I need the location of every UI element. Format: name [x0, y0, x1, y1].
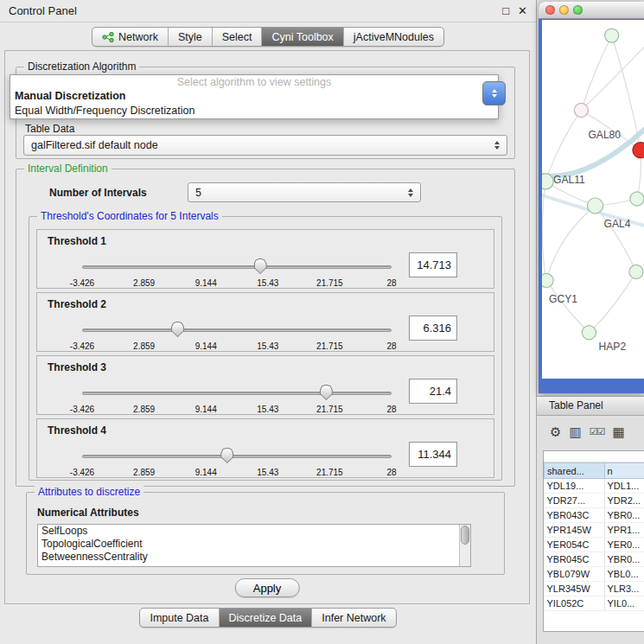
tab-network[interactable]: Network — [92, 28, 169, 46]
tab-style[interactable]: Style — [169, 28, 213, 46]
slider-tick-label: 9.144 — [195, 468, 217, 477]
float-window-icon[interactable]: □ — [502, 4, 509, 17]
table-data-combobox[interactable]: galFiltered.sif default node — [23, 135, 507, 156]
threshold-3-slider[interactable]: -3.4262.8599.14415.4321.71528 — [82, 384, 392, 415]
threshold-1-value-field[interactable]: 14.713 — [409, 252, 457, 277]
tab-select-label: Select — [222, 31, 252, 43]
network-node[interactable] — [587, 198, 603, 214]
combo-arrows-icon[interactable] — [404, 188, 418, 197]
slider-track[interactable] — [82, 265, 392, 269]
table-cell[interactable]: YPR1... — [604, 523, 644, 538]
node-label: GAL11 — [553, 174, 585, 186]
attributes-group: Attributes to discretize Numerical Attri… — [26, 492, 505, 575]
column-header-name[interactable]: n — [604, 463, 644, 479]
select-columns-icon[interactable]: ☑☑ — [590, 425, 605, 438]
slider-thumb[interactable] — [220, 448, 233, 463]
network-node[interactable] — [605, 29, 619, 42]
threshold-4-slider[interactable]: -3.4262.8599.14415.4321.71528 — [82, 447, 392, 478]
tab-select[interactable]: Select — [213, 28, 263, 46]
close-window-icon[interactable]: ✕ — [518, 4, 527, 17]
minimize-traffic-light-icon[interactable] — [559, 5, 569, 15]
slider-track[interactable] — [82, 392, 392, 395]
network-node[interactable] — [542, 273, 553, 287]
table-cell[interactable]: YIL0... — [604, 596, 644, 611]
number-of-intervals-combobox[interactable]: 5 — [188, 182, 421, 202]
tab-jactivemodules[interactable]: jActiveMNodules — [344, 28, 443, 46]
table-cell[interactable]: YBR0... — [604, 552, 644, 567]
table-cell[interactable]: YBR043C — [545, 508, 605, 523]
network-node[interactable] — [630, 192, 644, 206]
algorithm-combobox-button[interactable] — [482, 81, 506, 105]
slider-tick-label: 15.43 — [257, 341, 278, 351]
network-node[interactable] — [574, 103, 588, 117]
table-row[interactable]: YER054CYER0... — [545, 538, 644, 552]
table-cell[interactable]: YBL0... — [604, 567, 644, 582]
network-icon — [102, 32, 114, 42]
slider-thumb[interactable] — [171, 322, 184, 337]
table-cell[interactable]: YDL1... — [604, 479, 644, 494]
selected-network-node[interactable] — [633, 143, 644, 158]
table-cell[interactable]: YLR345W — [545, 582, 605, 596]
network-window-titlebar[interactable] — [539, 2, 644, 19]
table-cell[interactable]: YER0... — [604, 538, 644, 552]
threshold-2-panel: Threshold 2 -3.4262.8599.14415.4321.7152… — [36, 292, 494, 352]
table-cell[interactable]: YBL079W — [545, 567, 605, 582]
combo-arrows-icon[interactable] — [490, 141, 504, 150]
table-panel-title: Table Panel — [549, 399, 603, 411]
table-cell[interactable]: YPR145W — [545, 523, 605, 538]
algorithm-option-equal-width[interactable]: Equal Width/Frequency Discretization — [10, 104, 498, 118]
numerical-attributes-list[interactable]: SelfLoopsTopologicalCoefficientBetweenne… — [37, 524, 471, 567]
threshold-1-slider[interactable]: -3.4262.8599.14415.4321.71528 — [82, 258, 392, 289]
table-row[interactable]: YBR045CYBR0... — [545, 552, 644, 567]
threshold-2-slider[interactable]: -3.4262.8599.14415.4321.71528 — [82, 321, 392, 352]
tab-impute-data[interactable]: Impute Data — [140, 609, 219, 627]
network-node[interactable] — [629, 265, 643, 278]
threshold-4-value-field[interactable]: 11.344 — [409, 442, 457, 467]
table-row[interactable]: YDL19...YDL1... — [545, 479, 644, 494]
column-layout-icon[interactable]: ▥ — [569, 425, 581, 438]
threshold-2-value-field[interactable]: 6.316 — [409, 316, 457, 341]
slider-tick-label: 28 — [386, 405, 396, 414]
table-cell[interactable]: YLR3... — [604, 582, 644, 596]
zoom-traffic-light-icon[interactable] — [573, 5, 583, 15]
network-canvas[interactable]: GAL80 GAL11 GAL4 GCY1 HAP2 — [542, 20, 644, 379]
attribute-item[interactable]: BetweennessCentrality — [38, 551, 470, 564]
table-cell[interactable]: YBR0... — [604, 508, 644, 523]
list-scrollbar-thumb[interactable] — [461, 526, 469, 545]
table-row[interactable]: YLR345WYLR3... — [545, 582, 644, 596]
network-node[interactable] — [582, 326, 596, 340]
select-rows-icon[interactable]: ▦ — [612, 425, 624, 438]
table-row[interactable]: YIL052CYIL0... — [545, 596, 644, 611]
slider-tick-label: 15.43 — [257, 278, 278, 288]
attribute-item[interactable]: TopologicalCoefficient — [38, 538, 470, 551]
table-cell[interactable]: YBR045C — [545, 552, 605, 567]
network-node[interactable] — [542, 174, 553, 189]
table-row[interactable]: YBL079WYBL0... — [545, 567, 644, 582]
tab-infer-network[interactable]: Infer Network — [312, 609, 395, 627]
close-traffic-light-icon[interactable] — [545, 5, 555, 15]
slider-scale: -3.4262.8599.14415.4321.71528 — [82, 405, 392, 415]
column-header-shared-name[interactable]: shared... — [545, 463, 605, 479]
slider-track[interactable] — [82, 328, 392, 332]
table-row[interactable]: YDR27...YDR2... — [545, 494, 644, 508]
algorithm-option-manual[interactable]: Manual Discretization — [10, 89, 498, 104]
slider-thumb[interactable] — [320, 385, 333, 400]
table-row[interactable]: YBR043CYBR0... — [545, 508, 644, 523]
tab-discretize-data[interactable]: Discretize Data — [220, 609, 313, 627]
slider-track[interactable] — [82, 455, 392, 458]
table-cell[interactable]: YDR27... — [545, 494, 605, 508]
list-scrollbar[interactable] — [459, 525, 470, 566]
apply-button[interactable]: Apply — [235, 578, 300, 597]
table-cell[interactable]: YIL052C — [545, 596, 605, 611]
attribute-item[interactable]: SelfLoops — [38, 525, 470, 538]
threshold-3-value-field[interactable]: 21.4 — [409, 379, 457, 404]
node-table-body: YDL19...YDL1...YDR27...YDR2...YBR043CYBR… — [545, 479, 644, 611]
table-row[interactable]: YPR145WYPR1... — [545, 523, 644, 538]
settings-gear-icon[interactable]: ⚙ — [550, 425, 561, 438]
tab-cyni-toolbox[interactable]: Cyni Toolbox — [262, 28, 343, 46]
node-table[interactable]: shared... n YDL19...YDL1...YDR27...YDR2.… — [543, 450, 644, 632]
slider-thumb[interactable] — [254, 258, 267, 274]
table-cell[interactable]: YDL19... — [545, 479, 605, 494]
table-cell[interactable]: YDR2... — [604, 494, 644, 508]
table-cell[interactable]: YER054C — [545, 538, 605, 552]
